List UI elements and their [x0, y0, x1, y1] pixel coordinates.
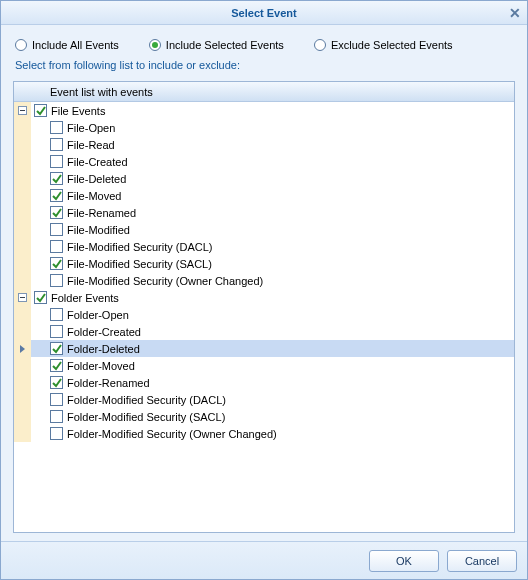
item-checkbox[interactable]: [50, 325, 63, 338]
close-button[interactable]: ✕: [507, 5, 523, 21]
tree-gutter: [14, 272, 31, 289]
tree-gutter: [14, 153, 31, 170]
radio-label: Include Selected Events: [166, 39, 284, 51]
item-label: File-Created: [67, 156, 128, 168]
tree-item-cell[interactable]: File-Created: [31, 153, 514, 170]
tree-item-cell[interactable]: Folder-Moved: [31, 357, 514, 374]
item-checkbox[interactable]: [50, 342, 63, 355]
item-label: File-Read: [67, 139, 115, 151]
radio-icon: [149, 39, 161, 51]
tree-group-cell[interactable]: Folder Events: [31, 289, 514, 306]
tree-item-row: Folder-Created: [14, 323, 514, 340]
select-event-dialog: Select Event ✕ Include All Events Includ…: [0, 0, 528, 580]
item-checkbox[interactable]: [50, 359, 63, 372]
item-label: File-Modified Security (DACL): [67, 241, 212, 253]
group-checkbox[interactable]: [34, 104, 47, 117]
expand-toggle[interactable]: [14, 289, 31, 306]
tree-gutter: [14, 323, 31, 340]
tree-gutter: [14, 340, 31, 357]
item-label: File-Moved: [67, 190, 121, 202]
event-list: Event list with events File EventsFile-O…: [13, 81, 515, 533]
item-checkbox[interactable]: [50, 410, 63, 423]
item-label: Folder-Open: [67, 309, 129, 321]
tree-item-cell[interactable]: File-Read: [31, 136, 514, 153]
radio-icon: [314, 39, 326, 51]
item-checkbox[interactable]: [50, 189, 63, 202]
ok-label: OK: [396, 555, 412, 567]
dialog-footer: OK Cancel: [1, 541, 527, 579]
tree-gutter: [14, 204, 31, 221]
tree-item-row: File-Modified Security (Owner Changed): [14, 272, 514, 289]
tree-item-cell[interactable]: Folder-Deleted: [31, 340, 514, 357]
item-label: File-Modified Security (Owner Changed): [67, 275, 263, 287]
item-label: Folder-Deleted: [67, 343, 140, 355]
item-checkbox[interactable]: [50, 121, 63, 134]
tree-item-cell[interactable]: Folder-Created: [31, 323, 514, 340]
tree-gutter: [14, 374, 31, 391]
tree-item-cell[interactable]: File-Modified Security (Owner Changed): [31, 272, 514, 289]
tree-item-row: Folder-Modified Security (DACL): [14, 391, 514, 408]
expand-toggle[interactable]: [14, 102, 31, 119]
tree-item-cell[interactable]: Folder-Modified Security (DACL): [31, 391, 514, 408]
tree-item-cell[interactable]: File-Modified Security (SACL): [31, 255, 514, 272]
dialog-title: Select Event: [231, 7, 296, 19]
item-label: Folder-Renamed: [67, 377, 150, 389]
tree-item-cell[interactable]: File-Renamed: [31, 204, 514, 221]
tree-item-row: File-Modified Security (DACL): [14, 238, 514, 255]
tree-item-cell[interactable]: File-Modified: [31, 221, 514, 238]
item-checkbox[interactable]: [50, 206, 63, 219]
tree-gutter: [14, 425, 31, 442]
event-tree[interactable]: File EventsFile-OpenFile-ReadFile-Create…: [14, 102, 514, 532]
tree-item-row: File-Renamed: [14, 204, 514, 221]
tree-item-cell[interactable]: Folder-Renamed: [31, 374, 514, 391]
radio-exclude-selected[interactable]: Exclude Selected Events: [314, 39, 453, 51]
minus-icon: [18, 293, 27, 302]
tree-group-cell[interactable]: File Events: [31, 102, 514, 119]
list-header-label: Event list with events: [50, 86, 153, 98]
tree-item-cell[interactable]: File-Open: [31, 119, 514, 136]
filter-mode-radios: Include All Events Include Selected Even…: [13, 35, 515, 59]
tree-item-row: File-Open: [14, 119, 514, 136]
tree-gutter: [14, 408, 31, 425]
tree-gutter: [14, 187, 31, 204]
list-header: Event list with events: [14, 82, 514, 102]
tree-item-row: File-Created: [14, 153, 514, 170]
item-checkbox[interactable]: [50, 257, 63, 270]
item-checkbox[interactable]: [50, 172, 63, 185]
tree-item-row: File-Moved: [14, 187, 514, 204]
item-checkbox[interactable]: [50, 223, 63, 236]
radio-label: Include All Events: [32, 39, 119, 51]
tree-item-row: File-Modified: [14, 221, 514, 238]
item-checkbox[interactable]: [50, 376, 63, 389]
item-checkbox[interactable]: [50, 138, 63, 151]
radio-include-selected[interactable]: Include Selected Events: [149, 39, 284, 51]
ok-button[interactable]: OK: [369, 550, 439, 572]
tree-gutter: [14, 136, 31, 153]
tree-item-row: Folder-Moved: [14, 357, 514, 374]
item-label: Folder-Modified Security (DACL): [67, 394, 226, 406]
cancel-label: Cancel: [465, 555, 499, 567]
item-checkbox[interactable]: [50, 427, 63, 440]
item-label: Folder-Modified Security (SACL): [67, 411, 225, 423]
tree-item-cell[interactable]: Folder-Modified Security (Owner Changed): [31, 425, 514, 442]
group-checkbox[interactable]: [34, 291, 47, 304]
tree-item-cell[interactable]: Folder-Open: [31, 306, 514, 323]
tree-item-cell[interactable]: File-Modified Security (DACL): [31, 238, 514, 255]
item-checkbox[interactable]: [50, 240, 63, 253]
item-checkbox[interactable]: [50, 155, 63, 168]
item-checkbox[interactable]: [50, 308, 63, 321]
tree-item-row: Folder-Modified Security (Owner Changed): [14, 425, 514, 442]
minus-icon: [18, 106, 27, 115]
tree-item-cell[interactable]: File-Moved: [31, 187, 514, 204]
tree-item-cell[interactable]: File-Deleted: [31, 170, 514, 187]
tree-group-row: Folder Events: [14, 289, 514, 306]
radio-include-all[interactable]: Include All Events: [15, 39, 119, 51]
item-checkbox[interactable]: [50, 393, 63, 406]
group-label: Folder Events: [51, 292, 119, 304]
tree-item-cell[interactable]: Folder-Modified Security (SACL): [31, 408, 514, 425]
radio-icon: [15, 39, 27, 51]
hint-text: Select from following list to include or…: [13, 59, 515, 81]
cancel-button[interactable]: Cancel: [447, 550, 517, 572]
item-checkbox[interactable]: [50, 274, 63, 287]
tree-gutter: [14, 391, 31, 408]
